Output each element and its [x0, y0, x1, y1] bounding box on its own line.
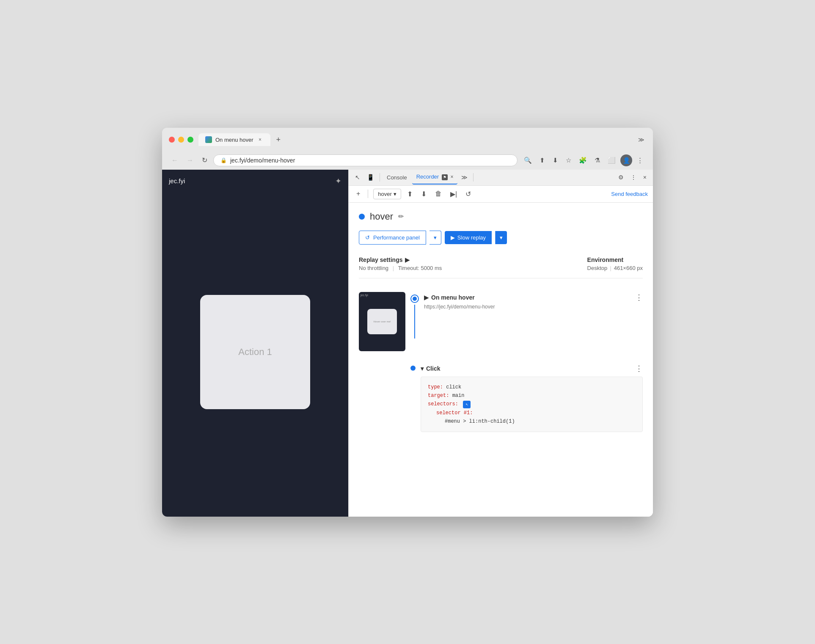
perf-panel-label: Performance panel	[373, 234, 420, 241]
replay-settings-left: Replay settings ▶ No throttling | Timeou…	[359, 256, 442, 271]
resolution-value: 461×660 px	[614, 265, 643, 271]
theme-toggle-icon[interactable]: ✦	[335, 176, 341, 186]
split-button[interactable]: ⬜	[605, 154, 619, 166]
left-panel: jec.fyi ✦ Action 1	[162, 170, 348, 517]
profile-button[interactable]: 👤	[620, 154, 632, 166]
step-1-circle-inner	[413, 297, 417, 301]
reload-button[interactable]: ↻	[199, 154, 210, 166]
traffic-lights	[169, 137, 193, 143]
step-2-title-row: ▾ Click ⋮	[421, 364, 643, 373]
recording-dropdown-icon: ▾	[394, 191, 396, 197]
extensions-button[interactable]: 🧩	[576, 154, 590, 166]
code-selectors-line: selectors: ↖	[428, 400, 636, 408]
recording-title: hover	[370, 211, 393, 222]
new-tab-button[interactable]: +	[272, 133, 285, 147]
delete-button[interactable]: 🗑	[432, 188, 444, 199]
step-1-more-button[interactable]: ⋮	[635, 293, 643, 302]
active-tab[interactable]: On menu hover ×	[198, 133, 270, 146]
step-1-expand-icon: ▶	[424, 294, 429, 301]
close-devtools-button[interactable]: ×	[640, 172, 650, 183]
undo-button[interactable]: ↺	[463, 188, 474, 200]
selector-icon[interactable]: ↖	[463, 401, 471, 408]
recorder-toolbar: + hover ▾ ⬆ ⬇ 🗑 ▶| ↺ Send feedback	[349, 186, 653, 203]
search-button[interactable]: 🔍	[521, 154, 535, 166]
step-1: jec.fyi Hover over me!	[359, 288, 643, 355]
menu-button[interactable]: ⋮	[634, 154, 646, 166]
recorder-main: hover ✏ ↺ Performance panel ▾ ▶ Slow rep…	[349, 203, 653, 517]
environment-values: Desktop | 461×660 px	[587, 265, 643, 271]
recording-title-row: hover ✏	[359, 211, 643, 222]
main-content: jec.fyi ✦ Action 1 ↖ 📱 Console Recorder …	[162, 170, 653, 517]
edit-title-icon[interactable]: ✏	[398, 212, 404, 220]
header-separator-2	[473, 173, 474, 182]
thumbnail-site: jec.fyi	[361, 294, 368, 297]
tab-close-button[interactable]: ×	[257, 136, 264, 143]
selector1-key: selector #1:	[436, 410, 473, 416]
share-button[interactable]: ⬆	[537, 154, 548, 166]
step-2: ▾ Click ⋮ type: click	[359, 359, 643, 437]
export-button[interactable]: ⬆	[405, 188, 415, 200]
send-feedback-link[interactable]: Send feedback	[611, 191, 648, 197]
selectors-key: selectors:	[428, 401, 458, 407]
close-recorder-tab-button[interactable]: ×	[450, 174, 453, 180]
step-1-title-row: ▶ On menu hover ⋮	[424, 293, 643, 302]
title-bar: On menu hover × + ≫	[162, 128, 653, 151]
step-2-timeline	[410, 363, 416, 371]
code-type-line: type: click	[428, 383, 636, 391]
perf-icon: ↺	[365, 234, 370, 241]
slow-replay-icon: ▶	[451, 234, 455, 241]
environment-label: Environment	[587, 256, 643, 263]
replay-settings-label[interactable]: Replay settings ▶	[359, 256, 442, 263]
step-1-content: ▶ On menu hover ⋮ https://jec.fyi/demo/m…	[424, 292, 643, 313]
recording-status-dot	[359, 214, 365, 220]
timeout-value: Timeout: 5000 ms	[398, 265, 442, 271]
tab-recorder[interactable]: Recorder ⚑ ×	[412, 170, 458, 184]
performance-panel-dropdown[interactable]: ▾	[430, 231, 441, 245]
flask-button[interactable]: ⚗	[592, 154, 603, 166]
nav-icons: 🔍 ⬆ ⬇ ☆ 🧩 ⚗ ⬜ 👤 ⋮	[521, 154, 646, 166]
close-window-button[interactable]	[169, 137, 175, 143]
recording-name-selector[interactable]: hover ▾	[373, 189, 401, 199]
download-button[interactable]: ⬇	[550, 154, 561, 166]
lock-icon: 🔒	[220, 157, 227, 163]
performance-panel-button[interactable]: ↺ Performance panel	[359, 231, 426, 245]
header-separator-1	[380, 173, 380, 182]
bookmark-button[interactable]: ☆	[563, 154, 574, 166]
thumbnail-inner: jec.fyi Hover over me!	[359, 292, 405, 351]
replay-settings-right: Environment Desktop | 461×660 px	[587, 256, 643, 271]
tab-console[interactable]: Console	[383, 171, 411, 184]
slow-replay-dropdown[interactable]: ▾	[495, 231, 507, 244]
devtools-more-button[interactable]: ⋮	[628, 172, 639, 183]
tabs-row: On menu hover × + ≫	[198, 133, 646, 147]
step-1-thumbnail: jec.fyi Hover over me!	[359, 292, 405, 351]
recording-name-text: hover	[378, 191, 392, 197]
back-button[interactable]: ←	[169, 155, 181, 166]
throttling-value: No throttling	[359, 265, 388, 271]
step-2-content: ▾ Click ⋮ type: click	[421, 363, 643, 432]
profile-icon: 👤	[623, 157, 630, 164]
devtools-header: ↖ 📱 Console Recorder ⚑ × ≫ ⚙ ⋮ ×	[349, 170, 653, 186]
more-tabs-button[interactable]: ≫	[458, 172, 471, 183]
selector1-value: #menu > li:nth-child(1)	[445, 418, 515, 424]
address-bar[interactable]: 🔒 jec.fyi/demo/menu-hover	[213, 154, 518, 166]
step-2-more-button[interactable]: ⋮	[635, 364, 643, 373]
inspect-element-button[interactable]: ↖	[352, 172, 363, 183]
code-target-line: target: main	[428, 391, 636, 400]
forward-button[interactable]: →	[184, 155, 196, 166]
replay-button[interactable]: ▶|	[448, 188, 460, 200]
settings-button[interactable]: ⚙	[615, 172, 627, 183]
step-1-expand[interactable]: ▶ On menu hover	[424, 294, 475, 301]
import-button[interactable]: ⬇	[419, 188, 429, 200]
desktop-value: Desktop	[587, 265, 608, 271]
maximize-window-button[interactable]	[187, 137, 193, 143]
device-mode-button[interactable]: 📱	[364, 172, 377, 183]
step-2-expand[interactable]: ▾ Click	[421, 365, 440, 372]
minimize-window-button[interactable]	[178, 137, 184, 143]
slow-replay-button[interactable]: ▶ Slow replay	[445, 231, 492, 244]
action-buttons-row: ↺ Performance panel ▾ ▶ Slow replay ▾	[359, 231, 643, 245]
type-key: type:	[428, 384, 443, 390]
add-recording-button[interactable]: +	[354, 188, 363, 199]
expand-tabs-button[interactable]: ≫	[636, 135, 646, 145]
action-card: Action 1	[200, 295, 310, 409]
recorder-label: Recorder	[416, 173, 439, 180]
